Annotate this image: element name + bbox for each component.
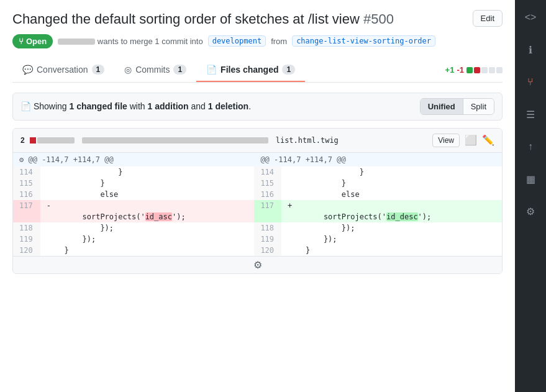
files-tab-label: Files changed bbox=[221, 65, 278, 75]
showing-icon: 📄 bbox=[20, 101, 31, 111]
conversation-tab-label: Conversation bbox=[37, 65, 88, 75]
sidebar-info-icon[interactable]: ℹ bbox=[521, 40, 540, 60]
diff-bar-neutral-1 bbox=[481, 67, 488, 73]
line-num-right: 118 bbox=[254, 222, 281, 234]
pr-title: Changed the default sorting order of ske… bbox=[12, 10, 463, 29]
showing-post: . bbox=[248, 101, 251, 111]
view-toggle: Unified Split bbox=[420, 98, 494, 115]
showing-and: and bbox=[189, 101, 208, 111]
line-code-right: } bbox=[281, 245, 502, 256]
showing-changed-file: 1 changed file bbox=[69, 101, 127, 111]
line-code-left: else bbox=[40, 189, 255, 200]
pr-from-text: from bbox=[271, 37, 287, 46]
diff-bar-neutral-3 bbox=[496, 67, 503, 73]
commits-count: 1 bbox=[173, 65, 186, 75]
line-num-left: 114 bbox=[13, 166, 40, 178]
line-num-left-empty bbox=[13, 211, 40, 222]
file-actions: View ⬜ ✏️ bbox=[432, 134, 494, 147]
line-code-right: else bbox=[281, 189, 502, 200]
line-num-right: 119 bbox=[254, 234, 281, 245]
merge-icon: ⑂ bbox=[19, 37, 24, 46]
tab-conversation[interactable]: 💬 Conversation 1 bbox=[12, 58, 114, 82]
right-sidebar: <> ℹ ⑂ ☰ ↑ ▦ ⚙ bbox=[515, 0, 546, 392]
source-branch-tag[interactable]: change-list-view-sorting-order bbox=[292, 35, 435, 47]
diff-footer: ⚙ bbox=[13, 256, 502, 273]
pr-meta-text: wants to merge 1 commit into bbox=[58, 37, 202, 46]
open-badge: ⑂ Open bbox=[12, 34, 53, 48]
file-header: 2 list.html.twig View ⬜ ✏️ bbox=[13, 129, 502, 153]
file-path-blur bbox=[37, 137, 75, 144]
sidebar-book-icon[interactable]: ☰ bbox=[521, 104, 540, 124]
diff-bars bbox=[466, 67, 503, 73]
pr-number: #500 bbox=[363, 11, 394, 27]
file-number: 2 bbox=[20, 136, 25, 145]
unified-view-button[interactable]: Unified bbox=[421, 99, 463, 114]
showing-mid: with bbox=[127, 101, 148, 111]
split-view-button[interactable]: Split bbox=[463, 99, 494, 114]
line-num-right-empty bbox=[254, 211, 281, 222]
table-row: 115 } 115 } bbox=[13, 178, 502, 189]
fullscreen-icon[interactable]: ⬜ bbox=[465, 134, 477, 146]
table-row: 118 }); 118 }); bbox=[13, 222, 502, 234]
line-code-right: }); bbox=[281, 222, 502, 234]
showing-bar: 📄 Showing 1 changed file with 1 addition… bbox=[12, 93, 503, 121]
line-num-left: 118 bbox=[13, 222, 40, 234]
file-status-del bbox=[30, 137, 36, 144]
view-file-button[interactable]: View bbox=[432, 134, 460, 147]
line-num-right: 116 bbox=[254, 189, 281, 200]
hunk-info-right: @@ -114,7 +114,7 @@ bbox=[260, 155, 345, 164]
line-code-left: } bbox=[40, 178, 255, 189]
line-code-left: } bbox=[40, 166, 255, 178]
user-avatar-blur bbox=[58, 39, 95, 45]
table-row: 117 - 117 + bbox=[13, 200, 502, 211]
line-code-left: }); bbox=[40, 222, 255, 234]
hunk-info: @@ -114,7 +114,7 @@ bbox=[28, 155, 113, 164]
table-row: 114 } 114 } bbox=[13, 166, 502, 178]
table-row: sortProjects('id_asc'); sortProjects('id… bbox=[13, 211, 502, 222]
line-num-left: 120 bbox=[13, 245, 40, 256]
pr-meta: ⑂ Open wants to merge 1 commit into deve… bbox=[12, 34, 503, 48]
table-row: 116 else 116 else bbox=[13, 189, 502, 200]
target-branch-tag[interactable]: development bbox=[208, 35, 266, 47]
pr-header: Changed the default sorting order of ske… bbox=[12, 10, 503, 29]
sidebar-chart-icon[interactable]: ▦ bbox=[521, 169, 540, 189]
line-num-left-del: 117 bbox=[13, 200, 40, 211]
table-row: 119 }); 119 }); bbox=[13, 234, 502, 245]
line-num-right: 115 bbox=[254, 178, 281, 189]
main-content: Changed the default sorting order of ske… bbox=[0, 0, 515, 392]
sidebar-code-icon[interactable]: <> bbox=[521, 7, 540, 27]
file-status-bars bbox=[30, 137, 75, 144]
commits-icon: ◎ bbox=[124, 65, 132, 75]
expand-down-icon[interactable]: ⚙ bbox=[253, 260, 262, 270]
diff-bar-neutral-2 bbox=[489, 67, 495, 73]
line-num-left: 116 bbox=[13, 189, 40, 200]
line-code-left: } bbox=[40, 245, 255, 256]
line-code-right: } bbox=[281, 166, 502, 178]
line-code-right: } bbox=[281, 178, 502, 189]
tab-files-changed[interactable]: 📄 Files changed 1 bbox=[196, 58, 305, 82]
line-code-right: }); bbox=[281, 234, 502, 245]
open-status: Open bbox=[26, 37, 47, 46]
line-code-left: }); bbox=[40, 234, 255, 245]
conversation-icon: 💬 bbox=[22, 65, 33, 75]
sidebar-upload-icon[interactable]: ↑ bbox=[521, 137, 540, 157]
file-header-left: 2 list.html.twig bbox=[20, 136, 339, 145]
line-code-right-add-cont: sortProjects('id_desc'); bbox=[281, 211, 502, 222]
sidebar-merge-icon[interactable]: ⑂ bbox=[521, 72, 540, 92]
files-icon: 📄 bbox=[206, 65, 217, 75]
edit-file-icon[interactable]: ✏️ bbox=[482, 134, 494, 146]
diff-bar-del bbox=[474, 67, 480, 73]
showing-deletion: 1 deletion bbox=[208, 101, 248, 111]
tab-commits[interactable]: ◎ Commits 1 bbox=[114, 58, 196, 82]
sidebar-gear-icon[interactable]: ⚙ bbox=[521, 201, 540, 221]
diff-table: ⚙ @@ -114,7 +114,7 @@ @@ -114,7 +114,7 @… bbox=[13, 153, 502, 256]
line-num-right-add: 117 bbox=[254, 200, 281, 211]
expand-up-icon[interactable]: ⚙ bbox=[19, 155, 24, 164]
pr-meta-merge-text: wants to merge 1 commit into bbox=[98, 37, 203, 46]
diff-add: +1 bbox=[445, 65, 455, 75]
diff-del: -1 bbox=[457, 65, 464, 75]
pr-tabs: 💬 Conversation 1 ◎ Commits 1 📄 Files cha… bbox=[12, 58, 503, 83]
line-num-left: 115 bbox=[13, 178, 40, 189]
edit-button[interactable]: Edit bbox=[473, 10, 503, 27]
line-num-left: 119 bbox=[13, 234, 40, 245]
